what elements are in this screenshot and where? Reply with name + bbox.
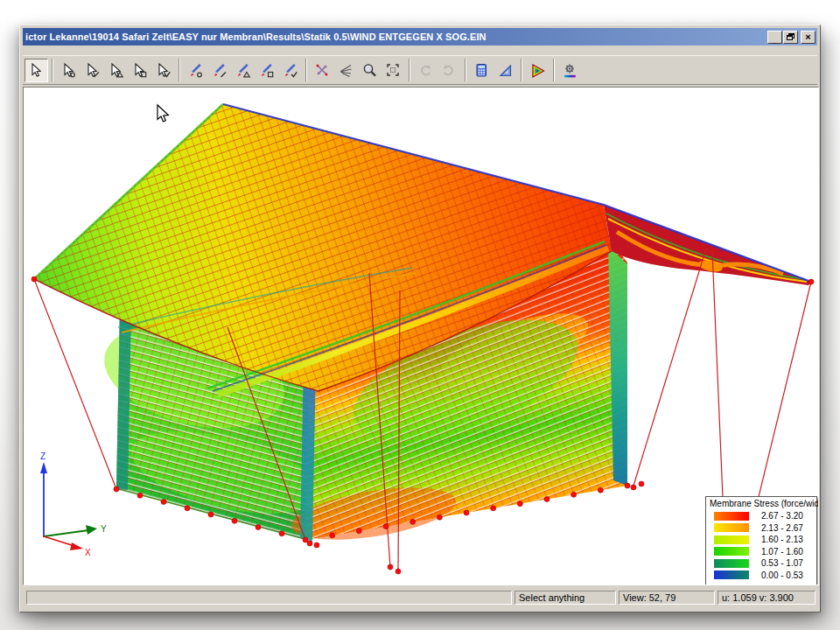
- anchor-dot: [208, 512, 214, 517]
- window-title: ictor Lekanne\19014 Safari Zelt\EASY nur…: [25, 32, 767, 42]
- select-line-tool[interactable]: [80, 59, 104, 82]
- zoom-rays-icon: [338, 62, 354, 79]
- toolbar-separator: [521, 59, 522, 81]
- minimize-button[interactable]: _: [767, 31, 782, 44]
- draw-point-tool[interactable]: [184, 59, 207, 82]
- zoom-window-tool[interactable]: [358, 59, 382, 82]
- title-bar[interactable]: ictor Lekanne\19014 Safari Zelt\EASY nur…: [23, 28, 817, 46]
- close-icon: ×: [805, 32, 810, 42]
- viewport-3d[interactable]: Z Y X Membrane Stress (force/width) 2.67…: [23, 87, 819, 585]
- undo-button[interactable]: [414, 59, 438, 82]
- legend-range-label: 2.13 - 2.67: [761, 523, 803, 533]
- membrane-scene: Z Y X: [24, 88, 819, 585]
- axis-triad: Z Y X: [40, 452, 107, 557]
- axis-label-x: X: [85, 548, 91, 557]
- pencil-point-icon: [187, 62, 204, 79]
- select-square-tool[interactable]: [128, 59, 151, 82]
- zoom-point-tool[interactable]: [334, 59, 358, 82]
- legend-range-label: 2.67 - 3.20: [761, 511, 803, 521]
- pencil-line-icon: [211, 62, 228, 79]
- pencil-triangle-icon: [234, 62, 251, 79]
- window-controls: _ ×: [767, 31, 817, 44]
- legend-row: 0.53 - 1.07: [710, 557, 813, 570]
- legend-color-bar: [714, 512, 749, 521]
- cursor-line-icon: [84, 62, 101, 79]
- anchor-dot: [396, 569, 401, 574]
- legend-range-label: 1.60 - 2.13: [761, 535, 803, 544]
- close-button[interactable]: ×: [801, 31, 816, 44]
- anchor-dot: [303, 537, 308, 542]
- draw-check-tool[interactable]: [278, 59, 302, 82]
- pan-rotate-tool[interactable]: [311, 59, 334, 82]
- anchor-dot: [625, 483, 630, 488]
- anchor-dot: [32, 276, 37, 282]
- anchor-dot: [464, 510, 469, 515]
- status-message: Select anything: [514, 591, 616, 605]
- draw-line-tool[interactable]: [207, 59, 231, 82]
- app-window: ictor Lekanne\19014 Safari Zelt\EASY nur…: [19, 24, 821, 612]
- zoom-extents-tool[interactable]: [382, 59, 405, 82]
- anchor-dot: [383, 524, 388, 529]
- results-flag-icon: [529, 62, 546, 79]
- cursor-square-icon: [131, 62, 148, 79]
- anchor-dot: [571, 492, 577, 497]
- anchor-dot: [279, 531, 284, 536]
- select-tool[interactable]: [24, 59, 48, 82]
- cursor-icon: [28, 62, 45, 79]
- status-view-coords: View: 52, 79: [619, 591, 715, 605]
- cursor-triangle-icon: [108, 62, 124, 79]
- anchor-dot: [307, 541, 312, 546]
- anchor-dot: [639, 481, 644, 486]
- restore-icon: [787, 33, 794, 40]
- calculator-button[interactable]: [470, 59, 494, 82]
- select-triangle-tool[interactable]: [104, 59, 128, 82]
- anchor-dot: [114, 486, 119, 492]
- toolbar-separator: [465, 59, 466, 81]
- legend-range-label: 0.53 - 1.07: [761, 558, 803, 568]
- axis-label-z: Z: [40, 452, 46, 461]
- pencil-square-icon: [258, 62, 275, 79]
- undo-icon: [417, 62, 434, 79]
- status-panel-empty: [26, 591, 512, 605]
- toolbar-gap: [23, 46, 817, 55]
- minimize-icon: _: [773, 34, 778, 44]
- legend-color-bar: [714, 547, 749, 556]
- anchor-dot: [232, 518, 237, 523]
- anchor-dot: [437, 514, 442, 520]
- anchor-dot: [388, 564, 393, 570]
- set-square-icon: [497, 62, 514, 79]
- settings-button[interactable]: [558, 59, 582, 82]
- guy-cable: [634, 248, 706, 486]
- restore-button[interactable]: [783, 31, 798, 44]
- draw-square-tool[interactable]: [255, 59, 278, 82]
- results-button[interactable]: [526, 59, 550, 82]
- legend-title: Membrane Stress (force/width): [710, 499, 813, 508]
- toolbar-separator: [52, 59, 53, 81]
- anchor-dot: [356, 528, 361, 534]
- legend-color-bar: [714, 559, 749, 568]
- anchor-dot: [631, 485, 636, 490]
- anchor-dot: [410, 519, 416, 524]
- legend-rows: 2.67 - 3.202.13 - 2.671.60 - 2.131.07 - …: [710, 510, 813, 581]
- pan-rotate-icon: [314, 62, 331, 79]
- settings-gear-icon: [562, 62, 578, 79]
- anchor-dot: [491, 506, 496, 511]
- toolbar-separator: [178, 59, 180, 81]
- status-uv-coords: u: 1.059 v: 3.900: [718, 591, 816, 605]
- calculator-icon: [473, 62, 490, 79]
- axis-label-y: Y: [101, 524, 107, 534]
- legend-color-bar: [714, 523, 749, 532]
- draw-triangle-tool[interactable]: [231, 59, 255, 82]
- select-check-tool[interactable]: [151, 59, 175, 82]
- zoom-extents-icon: [385, 62, 402, 79]
- measure-button[interactable]: [494, 59, 517, 82]
- select-point-tool[interactable]: [57, 59, 80, 82]
- legend-membrane-stress: Membrane Stress (force/width) 2.67 - 3.2…: [705, 496, 817, 585]
- mouse-cursor: [158, 105, 168, 122]
- legend-row: 1.07 - 1.60: [710, 546, 813, 558]
- magnifier-icon: [361, 62, 378, 79]
- legend-row: 2.67 - 3.20: [710, 510, 813, 522]
- legend-row: 2.13 - 2.67: [710, 522, 813, 535]
- redo-button[interactable]: [438, 59, 461, 82]
- legend-color-bar: [714, 570, 749, 579]
